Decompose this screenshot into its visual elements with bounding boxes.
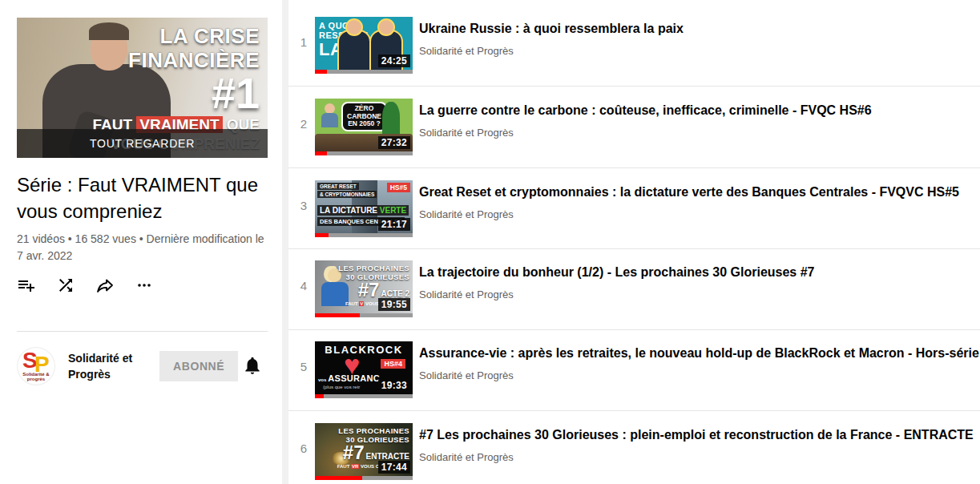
video-row-6[interactable]: 6 LES PROCHAINES 30 GLORIEUSES #7ENTRACT… xyxy=(288,423,980,484)
video-title[interactable]: #7 Les prochaines 30 Glorieuses : plein-… xyxy=(419,426,972,444)
playlist-sidebar: LA CRISE FINANCIÈRE #1 FAUT VRAIMENT QUE… xyxy=(0,0,282,484)
panel-divider-strip xyxy=(282,0,288,484)
playlist-add-icon[interactable] xyxy=(17,276,36,295)
video-index: 1 xyxy=(295,35,313,49)
subscribed-button[interactable]: ABONNÉ xyxy=(159,351,238,381)
video-thumbnail[interactable]: GREAT RESET & CRYPTOMONNAIES HS#5 LA DIC… xyxy=(315,180,413,237)
row-separator xyxy=(288,410,980,411)
video-channel[interactable]: Solidarité et Progrès xyxy=(419,45,972,57)
thumb-badge: HS#4 xyxy=(381,359,405,369)
shuffle-icon[interactable] xyxy=(56,276,75,295)
video-thumbnail[interactable]: ZÉRO CARBONE EN 2050 ? 27:32 xyxy=(315,99,413,155)
watch-progress-bar xyxy=(315,70,413,74)
channel-avatar[interactable]: S P Solidarité & progrès xyxy=(17,347,55,385)
video-channel[interactable]: Solidarité et Progrès xyxy=(419,288,972,300)
duration-badge: 19:33 xyxy=(378,379,410,392)
video-title[interactable]: La guerre contre le carbone : coûteuse, … xyxy=(419,102,972,119)
thumb-text: LES PROCHAINES 30 GLORIEUSES #7ACTE 2 xyxy=(338,264,409,299)
video-row-2[interactable]: 2 ZÉRO CARBONE EN 2050 ? 27:32 La xyxy=(288,99,980,163)
video-thumbnail[interactable]: A QUOI RESSEMBL LA PAIX 24:25 xyxy=(315,17,413,74)
watch-progress-bar xyxy=(315,233,413,237)
watch-all-bar[interactable]: TOUT REGARDER xyxy=(17,129,268,158)
thumb-text: GREAT RESET & CRYPTOMONNAIES xyxy=(317,183,377,199)
video-list: 1 A QUOI RESSEMBL LA PAIX 24:25 Ukraine … xyxy=(288,0,980,484)
video-row-3[interactable]: 3 GREAT RESET & CRYPTOMONNAIES HS#5 LA D… xyxy=(288,180,980,244)
watch-progress-bar xyxy=(315,476,413,480)
watch-progress-bar xyxy=(315,151,413,155)
thumb-text: BLACKROCK xyxy=(315,344,413,356)
video-channel[interactable]: Solidarité et Progrès xyxy=(419,127,972,139)
thumbnail-title-text: LA CRISE FINANCIÈRE #1 FAUT VRAIMENT QUE xyxy=(92,24,260,135)
row-separator xyxy=(288,86,980,87)
share-icon[interactable] xyxy=(95,276,115,295)
avatar-caption: Solidarité & progrès xyxy=(17,372,55,381)
row-separator xyxy=(288,248,980,249)
video-index: 6 xyxy=(295,442,313,455)
video-row-1[interactable]: 1 A QUOI RESSEMBL LA PAIX 24:25 Ukraine … xyxy=(288,17,980,81)
video-channel[interactable]: Solidarité et Progrès xyxy=(419,369,972,381)
watch-progress-bar xyxy=(315,394,413,398)
video-index: 5 xyxy=(295,360,313,373)
more-icon[interactable] xyxy=(135,276,154,295)
video-title[interactable]: Great Reset et cryptomonnaies : la dicta… xyxy=(419,184,972,201)
video-index: 2 xyxy=(295,117,313,131)
duration-badge: 17:44 xyxy=(378,461,410,474)
video-title[interactable]: Assurance-vie : après les retraites, le … xyxy=(419,345,972,362)
playlist-title: Série : Faut VRAIMENT que vous comprenie… xyxy=(17,171,261,224)
video-index: 3 xyxy=(295,199,313,212)
video-channel[interactable]: Solidarité et Progrès xyxy=(419,451,972,463)
watch-progress-bar xyxy=(315,313,413,317)
row-separator xyxy=(288,167,980,168)
playlist-page: LA CRISE FINANCIÈRE #1 FAUT VRAIMENT QUE… xyxy=(0,0,980,484)
video-title[interactable]: Ukraine Russie : à quoi ressemblera la p… xyxy=(419,20,972,38)
duration-badge: 19:55 xyxy=(378,298,410,311)
thumb-text: LES PROCHAINES 30 GLORIEUSES #7ENTRACTE xyxy=(338,426,409,462)
row-separator xyxy=(288,329,980,330)
playlist-stats: 21 vidéos • 16 582 vues • Dernière modif… xyxy=(17,231,272,264)
bell-icon[interactable] xyxy=(242,355,263,376)
video-channel[interactable]: Solidarité et Progrès xyxy=(419,208,972,220)
video-row-4[interactable]: 4 LES PROCHAINES 30 GLORIEUSES #7ACTE 2 … xyxy=(288,260,980,325)
duration-badge: 27:32 xyxy=(378,136,410,149)
channel-name[interactable]: Solidarité et Progrès xyxy=(68,350,148,382)
video-index: 4 xyxy=(295,279,313,292)
piper-figure xyxy=(382,102,400,135)
watch-all-label: TOUT REGARDER xyxy=(90,137,195,150)
video-title[interactable]: La trajectoire du bonheur (1/2) - Les pr… xyxy=(419,264,972,281)
thumb-text: ZÉRO CARBONE EN 2050 ? xyxy=(341,102,387,131)
person-figure xyxy=(339,31,369,70)
playlist-actions xyxy=(17,276,174,295)
video-thumbnail[interactable]: BLACKROCK ♥ HS#4 vosASSURANC (plus que v… xyxy=(315,341,413,398)
video-thumbnail[interactable]: LES PROCHAINES 30 GLORIEUSES #7ACTE 2 FA… xyxy=(315,260,413,317)
video-row-5[interactable]: 5 BLACKROCK ♥ HS#4 vosASSURANC (plus que… xyxy=(288,341,980,405)
video-thumbnail[interactable]: LES PROCHAINES 30 GLORIEUSES #7ENTRACTE … xyxy=(315,423,413,480)
thumb-badge: HS#5 xyxy=(387,183,410,192)
duration-badge: 21:17 xyxy=(378,218,410,231)
channel-row: S P Solidarité & progrès Solidarité et P… xyxy=(17,347,268,387)
duration-badge: 24:25 xyxy=(378,54,410,67)
sidebar-divider xyxy=(17,331,268,332)
playlist-thumbnail[interactable]: LA CRISE FINANCIÈRE #1 FAUT VRAIMENT QUE… xyxy=(17,18,268,158)
